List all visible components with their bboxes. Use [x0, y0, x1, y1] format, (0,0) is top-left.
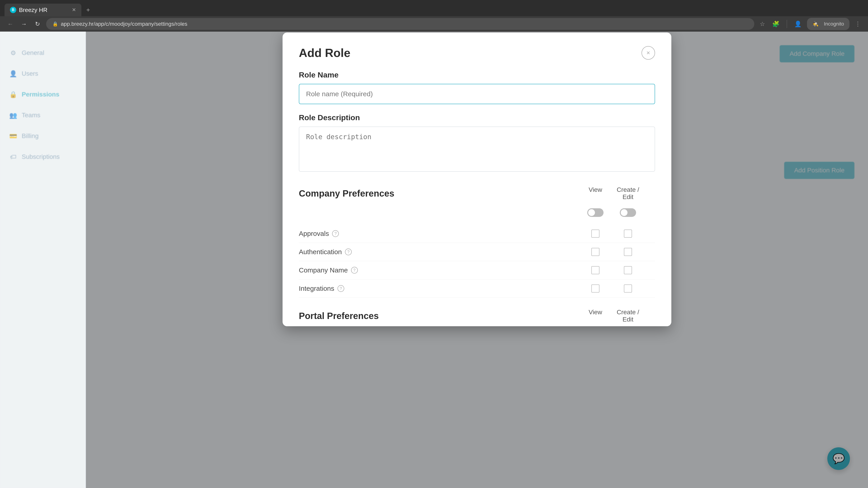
back-button[interactable]: ←	[5, 19, 16, 29]
company-name-label: Company Name ?	[299, 266, 358, 274]
company-pref-column-headers: View Create / Edit	[582, 186, 642, 201]
extensions-icon[interactable]: 🧩	[770, 19, 781, 29]
approvals-label: Approvals ?	[299, 230, 339, 237]
menu-icon[interactable]: ⋮	[853, 19, 863, 29]
sidebar: ⚙ General 👤 Users 🔒 Permissions 👥 Teams …	[0, 32, 86, 488]
new-tab-button[interactable]: +	[83, 5, 93, 15]
refresh-button[interactable]: ↻	[33, 19, 42, 29]
sidebar-label-users: Users	[22, 70, 38, 77]
integrations-view-checkbox[interactable]	[591, 285, 599, 293]
approvals-view-checkbox[interactable]	[591, 230, 599, 238]
company-name-edit-checkbox[interactable]	[624, 266, 632, 274]
approvals-help-icon[interactable]: ?	[332, 230, 339, 237]
role-description-input[interactable]	[299, 127, 655, 172]
page-layout: ⚙ General 👤 Users 🔒 Permissions 👥 Teams …	[0, 32, 868, 488]
company-name-view-checkbox-wrap	[582, 266, 609, 274]
browser-chrome: B Breezy HR ✕ + ← → ↻ 🔒 app.breezy.hr/ap…	[0, 0, 868, 32]
role-description-section: Role Description	[299, 113, 655, 177]
authentication-label: Authentication ?	[299, 248, 352, 256]
authentication-text: Authentication	[299, 248, 342, 256]
main-content: Add Company Role Add Position Role Add R…	[86, 32, 868, 488]
users-icon: 👥	[9, 111, 17, 119]
integrations-view-checkbox-wrap	[582, 285, 609, 293]
role-name-input[interactable]	[299, 84, 655, 104]
integrations-edit-checkbox[interactable]	[624, 285, 632, 293]
sidebar-item-billing[interactable]: 💳 Billing	[0, 126, 86, 147]
company-preferences-section: Company Preferences View Create / Edit	[299, 186, 655, 298]
portal-preferences-header: Portal Preferences View Create / Edit	[299, 308, 655, 323]
view-column-header: View	[582, 186, 609, 201]
company-pref-toggle-row	[299, 206, 655, 219]
close-icon: ×	[647, 49, 650, 57]
company-create-edit-toggle[interactable]	[620, 208, 636, 217]
company-preferences-title: Company Preferences	[299, 188, 394, 199]
authentication-view-checkbox-wrap	[582, 248, 609, 256]
sidebar-item-subscriptions[interactable]: 🏷 Subscriptions	[0, 147, 86, 167]
company-create-edit-toggle-wrap	[614, 208, 642, 217]
authentication-view-checkbox[interactable]	[591, 248, 599, 256]
sidebar-label-permissions: Permissions	[22, 91, 59, 98]
portal-create-edit-column-header: Create / Edit	[614, 308, 642, 323]
sidebar-label-subscriptions: Subscriptions	[22, 153, 60, 160]
incognito-badge: 🕵 Incognito	[807, 18, 849, 30]
approvals-checkboxes	[582, 230, 642, 238]
modal-header: Add Role ×	[299, 46, 655, 60]
tag-icon: 🏷	[9, 153, 17, 161]
bookmark-icon[interactable]: ☆	[758, 19, 767, 29]
integrations-checkboxes	[582, 285, 642, 293]
sidebar-item-users[interactable]: 👤 Users	[0, 63, 86, 84]
integrations-help-icon[interactable]: ?	[338, 285, 344, 292]
company-preferences-header: Company Preferences View Create / Edit	[299, 186, 655, 201]
sidebar-item-permissions[interactable]: 🔒 Permissions	[0, 84, 86, 105]
user-icon: 👤	[9, 70, 17, 78]
integrations-label: Integrations ?	[299, 285, 344, 292]
forward-button[interactable]: →	[19, 19, 29, 29]
integrations-edit-checkbox-wrap	[614, 285, 642, 293]
add-role-modal: Add Role × Role Name Role Description Co…	[283, 33, 671, 326]
company-name-checkboxes	[582, 266, 642, 274]
tab-label: Breezy HR	[19, 6, 48, 13]
company-create-edit-toggle-slider	[620, 208, 636, 217]
sidebar-label-teams: Teams	[22, 111, 40, 119]
company-view-toggle-slider	[587, 208, 603, 217]
approvals-edit-checkbox[interactable]	[624, 230, 632, 238]
integrations-text: Integrations	[299, 285, 334, 292]
tab-favicon: B	[10, 7, 16, 13]
authentication-edit-checkbox[interactable]	[624, 248, 632, 256]
role-description-label: Role Description	[299, 113, 655, 122]
address-bar[interactable]: 🔒 app.breezy.hr/app/c/moodjoy/company/se…	[46, 18, 754, 30]
lock-icon: 🔒	[9, 90, 17, 98]
gear-icon: ⚙	[9, 49, 17, 57]
approvals-edit-checkbox-wrap	[614, 230, 642, 238]
company-name-help-icon[interactable]: ?	[351, 267, 358, 273]
company-name-row: Company Name ?	[299, 261, 655, 280]
sidebar-label-general: General	[22, 49, 44, 57]
sidebar-item-general[interactable]: ⚙ General	[0, 42, 86, 63]
incognito-label: Incognito	[822, 19, 846, 29]
sidebar-label-billing: Billing	[22, 132, 39, 140]
tab-close-button[interactable]: ✕	[72, 7, 76, 13]
company-name-edit-checkbox-wrap	[614, 266, 642, 274]
role-name-label: Role Name	[299, 70, 655, 79]
modal-title: Add Role	[299, 46, 350, 60]
lock-icon: 🔒	[53, 21, 58, 27]
authentication-row: Authentication ?	[299, 243, 655, 261]
sidebar-item-teams[interactable]: 👥 Teams	[0, 105, 86, 126]
active-tab[interactable]: B Breezy HR ✕	[4, 4, 81, 16]
company-view-toggle[interactable]	[587, 208, 603, 217]
portal-preferences-title: Portal Preferences	[299, 311, 379, 321]
incognito-icon: 🕵	[811, 19, 820, 29]
profile-icon[interactable]: 👤	[793, 19, 803, 29]
approvals-text: Approvals	[299, 230, 329, 237]
authentication-help-icon[interactable]: ?	[345, 249, 352, 255]
browser-toolbar: ← → ↻ 🔒 app.breezy.hr/app/c/moodjoy/comp…	[0, 16, 868, 32]
create-edit-column-header: Create / Edit	[614, 186, 642, 201]
company-name-view-checkbox[interactable]	[591, 266, 599, 274]
company-pref-toggles	[582, 208, 642, 217]
role-name-section: Role Name	[299, 70, 655, 104]
approvals-row: Approvals ?	[299, 225, 655, 243]
portal-preferences-section: Portal Preferences View Create / Edit	[299, 308, 655, 326]
modal-close-button[interactable]: ×	[642, 46, 655, 60]
toolbar-actions: ☆ 🧩 👤 🕵 Incognito ⋮	[758, 18, 863, 30]
authentication-edit-checkbox-wrap	[614, 248, 642, 256]
